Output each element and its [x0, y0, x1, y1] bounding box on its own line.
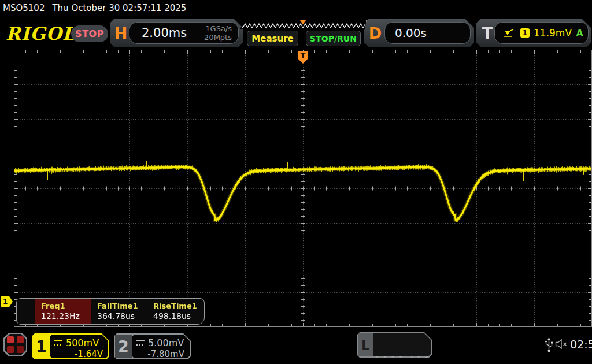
timebase-value: 2.00ms	[142, 26, 187, 40]
measurement-cell-falltime[interactable]: FallTime1 364.78us	[91, 299, 147, 324]
channel1-info: 500mV -1.64V	[50, 335, 108, 358]
channel1-badge[interactable]: 1 500mV -1.64V	[32, 333, 109, 359]
model-name: MSO5102	[3, 3, 45, 13]
run-state-badge: STOP	[71, 25, 108, 42]
trigger-source-badge: 1	[520, 28, 530, 38]
falling-edge-trigger-icon	[503, 29, 515, 38]
measurement-value: 498.18us	[153, 311, 204, 321]
app-grid-square	[7, 336, 14, 343]
channel1-offset: -1.64V	[50, 349, 108, 359]
datetime: Thu October 30 02:57:11 2025	[52, 3, 186, 13]
measurement-value: 364.78us	[97, 311, 147, 321]
delay-label: D	[367, 24, 383, 42]
graticule-area	[14, 50, 592, 327]
channel1-scale: 500mV	[66, 337, 99, 348]
trigger-panel[interactable]: T 1 11.9mV A	[476, 19, 591, 47]
preview-zigzag	[240, 24, 365, 28]
horizontal-label: H	[113, 24, 129, 42]
stop-run-button[interactable]: STOP/RUN	[306, 31, 361, 46]
trigger-sweep-mode: A	[576, 28, 583, 39]
measurement-cell-risetime[interactable]: RiseTime1 498.18us	[147, 299, 204, 324]
measurement-cell-freq[interactable]: Freq1 121.23Hz	[35, 299, 91, 324]
dc-coupling-icon	[136, 340, 145, 346]
waveform-canvas[interactable]	[14, 50, 592, 327]
trigger-pill: 1 11.9mV A	[494, 22, 589, 44]
trigger-level: 11.9mV	[534, 27, 572, 39]
channel2-offset: -7.80mV	[132, 349, 190, 359]
measurement-results-box[interactable]: Freq1 121.23Hz FallTime1 364.78us RiseTi…	[16, 298, 205, 325]
measurement-label: RiseTime1	[153, 302, 204, 310]
horizontal-pill: 2.00ms 1GSa/s 20Mpts	[129, 22, 239, 44]
delay-pill: 0.00s	[384, 22, 471, 44]
measurement-label: Freq1	[41, 302, 91, 310]
rigol-logo: RIGOL	[6, 23, 76, 44]
channel2-scale: 5.00mV	[148, 337, 184, 348]
sample-rate-block: 1GSa/s 20Mpts	[204, 24, 232, 42]
channel2-badge[interactable]: 2 5.00mV -7.80mV	[114, 333, 191, 359]
logic-channel-numbers: 0 1 2 3 4 5 6 7 8 9 10 11 12 13 14 15	[375, 335, 431, 364]
preview-position-marker-icon[interactable]	[300, 20, 306, 24]
app-grid-square	[17, 346, 24, 353]
logic-label: L	[358, 333, 373, 356]
waveform-preview-strip[interactable]	[239, 20, 367, 29]
delay-value: 0.00s	[395, 26, 427, 40]
sample-rate: 1GSa/s	[204, 24, 232, 33]
oscilloscope-screen: MSO5102 Thu October 30 02:57:11 2025 RIG…	[0, 0, 592, 364]
measurement-label: FallTime1	[97, 302, 147, 310]
top-status-bar: MSO5102 Thu October 30 02:57:11 2025	[3, 0, 186, 16]
measurement-value: 121.23Hz	[41, 311, 91, 321]
app-menu-button[interactable]	[3, 333, 27, 356]
app-grid-square	[7, 346, 14, 353]
app-grid-square	[17, 336, 24, 343]
delay-panel[interactable]: D 0.00s	[364, 19, 474, 47]
channel2-number[interactable]: 2	[115, 335, 132, 358]
memory-depth: 20Mpts	[204, 33, 232, 42]
logic-row1: 0 1 2 3 4 5 6 7	[375, 354, 431, 364]
channel1-ground-marker[interactable]: 1	[1, 296, 13, 307]
app-grid-icon	[5, 334, 26, 355]
channel2-info: 5.00mV -7.80mV	[132, 335, 190, 358]
speaker-muted-icon	[555, 339, 568, 349]
usb-icon	[544, 337, 554, 352]
horizontal-panel[interactable]: H 2.00ms 1GSa/s 20Mpts	[110, 19, 243, 47]
trigger-label: T	[479, 24, 495, 42]
clock: 02:56	[570, 338, 592, 351]
measure-button[interactable]: Measure	[247, 31, 298, 46]
logic-channels-badge[interactable]: L 0 1 2 3 4 5 6 7 8 9 10 11 12 13 14 15	[357, 332, 432, 358]
measurement-spacer	[17, 299, 35, 324]
dc-coupling-icon	[54, 340, 62, 346]
channel1-number[interactable]: 1	[33, 335, 50, 358]
